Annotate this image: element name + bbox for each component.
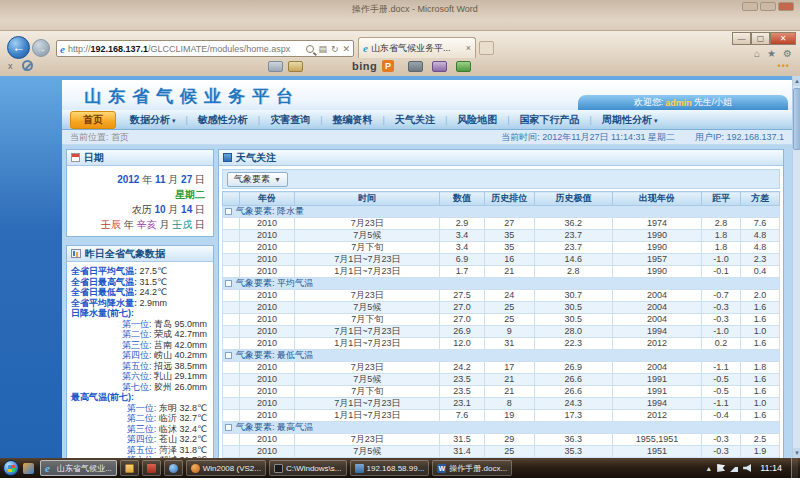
taskbar-button-4[interactable] (164, 460, 183, 476)
address-bar[interactable]: e http://192.168.137.1/GLCCLIMATE/module… (56, 40, 354, 57)
data-row[interactable]: 20101月1日~7月23日7.61917.32012-0.41.6 (223, 410, 780, 422)
element-filter-button[interactable]: 气象要素 ▼ (227, 172, 288, 187)
data-row[interactable]: 20107月5候31.42535.31951-0.31.9 (223, 446, 780, 458)
maximize-button[interactable]: ▢ (751, 32, 770, 45)
section-row[interactable]: 气象要素: 降水量 (223, 206, 780, 218)
new-tab-button[interactable] (479, 41, 494, 55)
taskbar-button-3[interactable] (142, 460, 161, 476)
data-cell: -1.1 (701, 398, 740, 410)
rank-item: 第三位: 临沭 32.4℃ (71, 424, 211, 435)
menu-item-5[interactable]: 整编资料 (323, 113, 383, 127)
more-icon[interactable]: ••• (778, 61, 790, 71)
data-cell: 35.3 (534, 446, 612, 458)
scrollbar[interactable]: ▲ ▼ (792, 76, 800, 458)
data-row[interactable]: 20107月下旬23.52126.61991-0.51.6 (223, 386, 780, 398)
word-maximize-button[interactable] (760, 2, 776, 11)
menu-item-7[interactable]: 风险地图 (447, 113, 507, 127)
data-cell: 2010 (239, 290, 295, 302)
data-row[interactable]: 20107月23日24.21726.92004-1.11.8 (223, 362, 780, 374)
search-icon[interactable] (306, 45, 314, 53)
data-row[interactable]: 20107月23日27.52430.72004-0.72.0 (223, 290, 780, 302)
menu-item-8[interactable]: 国家下行产品 (510, 113, 590, 127)
menu-item-1[interactable]: 首页 (70, 111, 116, 129)
rank-item: 第二位: 临沂 32.7℃ (71, 413, 211, 424)
compat-view-icon[interactable]: ▤ (318, 44, 327, 54)
data-row[interactable]: 20107月5候27.02530.52004-0.31.6 (223, 302, 780, 314)
data-row[interactable]: 20107月5候3.43523.719901.84.8 (223, 230, 780, 242)
data-row[interactable]: 20101月1日~7月23日1.7212.81990-0.10.4 (223, 266, 780, 278)
menu-item-6[interactable]: 天气关注 (385, 113, 445, 127)
addon-card-icon[interactable] (268, 61, 283, 72)
volume-icon[interactable] (743, 464, 751, 472)
browser-tab[interactable]: e 山东省气候业务平... × (358, 37, 476, 58)
menu-item-4[interactable]: 灾害查询 (260, 113, 320, 127)
scroll-down-arrow[interactable]: ▼ (793, 448, 800, 458)
section-row[interactable]: 气象要素: 最低气温 (223, 350, 780, 362)
data-row[interactable]: 20107月23日2.92736.219742.87.6 (223, 218, 780, 230)
date-segment: 年 (121, 219, 137, 230)
forward-button[interactable]: → (32, 39, 50, 57)
data-row[interactable]: 20107月1日~7月23日23.1824.31994-1.11.0 (223, 398, 780, 410)
data-cell: 1994 (612, 326, 701, 338)
addon-puzzle-icon[interactable] (456, 61, 471, 72)
action-center-flag-icon[interactable] (717, 464, 725, 472)
menu-item-2[interactable]: 数据分析▾ (120, 113, 186, 127)
minimize-button[interactable]: — (732, 32, 751, 45)
word-minimize-button[interactable] (742, 2, 758, 11)
rank-label: 第七位: (122, 382, 154, 392)
menu-item-9[interactable]: 周期性分析▾ (592, 113, 668, 127)
data-cell: -0.3 (701, 314, 740, 326)
menu-item-3[interactable]: 敏感性分析 (188, 113, 258, 127)
taskbar-button-8[interactable]: W操作手册.docx... (432, 460, 512, 476)
data-cell: 1月1日~7月23日 (295, 338, 440, 350)
url-text[interactable]: http://192.168.137.1/GLCCLIMATE/modules/… (68, 44, 303, 54)
column-header: 时间 (295, 192, 440, 206)
clock[interactable]: 11:14 (760, 463, 782, 473)
taskbar-button-7[interactable]: 192.168.58.99... (350, 460, 430, 476)
data-row[interactable]: 20107月下旬27.02530.52004-0.31.6 (223, 314, 780, 326)
data-row[interactable]: 20107月1日~7月23日6.91614.61957-1.02.3 (223, 254, 780, 266)
data-cell: 1990 (612, 266, 701, 278)
data-cell: -0.4 (701, 410, 740, 422)
data-row[interactable]: 20107月5候23.52126.61991-0.51.6 (223, 374, 780, 386)
date-segment: 11 (155, 174, 166, 185)
back-button[interactable]: ← (7, 36, 30, 59)
addon-sparkle-icon[interactable] (432, 61, 447, 72)
network-icon[interactable] (730, 464, 738, 472)
data-row[interactable]: 20107月1日~7月23日26.9928.01994-1.01.0 (223, 326, 780, 338)
section-row[interactable]: 气象要素: 最高气温 (223, 422, 780, 434)
addon-wallet-icon[interactable] (288, 61, 303, 72)
tray-up-arrow[interactable]: ▲ (705, 465, 712, 472)
tab-close-icon[interactable]: × (466, 43, 471, 53)
checkbox[interactable] (225, 208, 232, 215)
data-cell: 2010 (239, 410, 295, 422)
toolbar-close-icon[interactable]: x (8, 61, 13, 71)
addon-camera-icon[interactable] (408, 61, 423, 72)
scroll-up-arrow[interactable]: ▲ (793, 76, 800, 86)
close-button[interactable]: ✕ (770, 32, 796, 45)
date-segment: 日 (192, 174, 205, 185)
section-row[interactable]: 气象要素: 平均气温 (223, 278, 780, 290)
row-select-cell (223, 386, 240, 398)
bing-logo[interactable]: bing (352, 60, 377, 72)
word-close-button[interactable] (778, 2, 794, 11)
data-cell: 29 (484, 434, 534, 446)
data-row[interactable]: 20101月1日~7月23日12.03122.320120.21.6 (223, 338, 780, 350)
quick-launch-icon[interactable] (23, 463, 34, 474)
show-desktop-button[interactable] (791, 458, 798, 478)
taskbar-button-1[interactable]: e山东省气候业... (40, 460, 117, 476)
refresh-icon[interactable]: ↻ (331, 44, 339, 54)
taskbar-button-5[interactable]: Win2008 (VS2... (186, 460, 266, 476)
data-row[interactable]: 20107月下旬3.43523.719901.84.8 (223, 242, 780, 254)
bing-badge-icon[interactable]: P (382, 60, 394, 72)
scroll-thumb[interactable] (793, 88, 800, 150)
checkbox[interactable] (225, 352, 232, 359)
data-cell: 1.6 (740, 338, 779, 350)
start-button[interactable] (3, 460, 19, 476)
data-row[interactable]: 20107月23日31.52936.31955,1951-0.32.5 (223, 434, 780, 446)
taskbar-button-6[interactable]: C:\Windows\s... (269, 460, 347, 476)
checkbox[interactable] (225, 280, 232, 287)
taskbar-button-2[interactable] (120, 460, 139, 476)
stop-icon[interactable]: ✕ (342, 44, 350, 54)
checkbox[interactable] (225, 424, 232, 431)
